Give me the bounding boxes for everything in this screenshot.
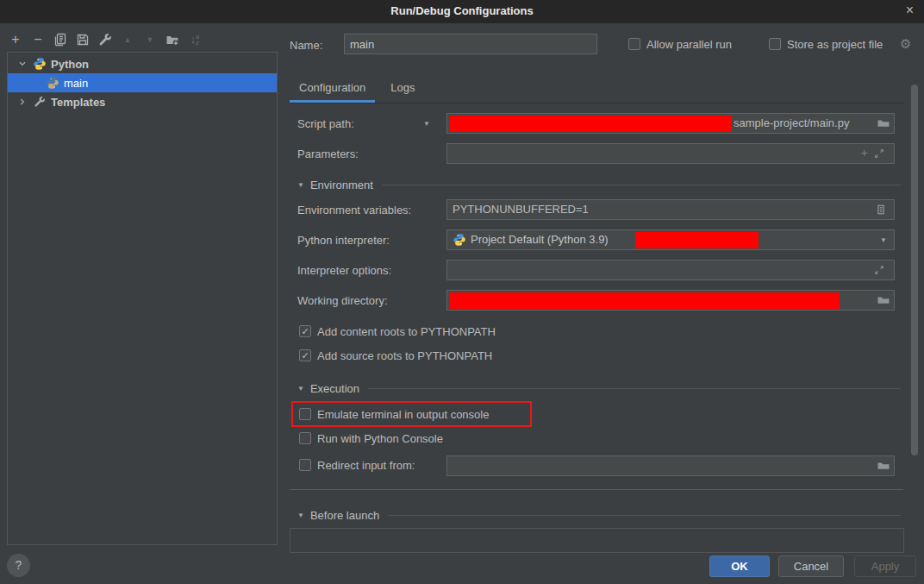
save-configuration-button[interactable]	[76, 33, 90, 47]
script-path-field[interactable]: sample-project/main.py	[446, 113, 895, 134]
python-icon	[453, 233, 466, 247]
add-source-roots-label: Add source roots to PYTHONPATH	[317, 349, 492, 362]
tab-configuration[interactable]: Configuration	[290, 76, 375, 103]
combo-arrow-icon[interactable]: ▼	[880, 236, 887, 244]
chevron-down-icon[interactable]	[16, 58, 28, 70]
tree-item-templates[interactable]: Templates	[8, 92, 277, 111]
wrench-icon	[33, 95, 47, 109]
ok-button[interactable]: OK	[709, 556, 770, 577]
section-before-launch: ▼ Before launch	[297, 508, 901, 522]
emulate-terminal-label: Emulate terminal in output console	[317, 408, 489, 421]
run-python-console-label: Run with Python Console	[317, 432, 443, 445]
redirect-input-field[interactable]	[446, 455, 895, 476]
store-as-project-file-label: Store as project file	[787, 38, 883, 51]
copy-configuration-button[interactable]	[53, 33, 67, 47]
redirect-input-label: Redirect input from:	[317, 459, 415, 472]
section-divider	[388, 515, 901, 516]
environment-variables-value: PYTHONUNBUFFERED=1	[453, 200, 589, 219]
store-as-project-file-checkbox[interactable]	[769, 38, 781, 50]
section-environment: ▼ Environment	[297, 178, 901, 192]
insert-macro-icon[interactable]: +	[861, 146, 868, 160]
tree-item-python[interactable]: Python	[8, 54, 277, 73]
script-path-dropdown-icon[interactable]: ▼	[423, 120, 430, 128]
python-interpreter-select[interactable]: Project Default (Python 3.9) ▼	[446, 229, 895, 250]
name-label: Name:	[290, 39, 322, 52]
tree-item-label: main	[64, 77, 88, 90]
section-label: Before launch	[310, 509, 379, 522]
emulate-terminal-checkbox[interactable]	[299, 408, 311, 420]
new-folder-icon	[165, 33, 179, 47]
section-arrow-icon[interactable]: ▼	[297, 181, 304, 189]
section-label: Execution	[310, 382, 359, 395]
section-divider	[368, 388, 901, 389]
name-input[interactable]	[344, 34, 597, 54]
move-down-button[interactable]: ▼	[143, 33, 157, 47]
before-launch-list[interactable]	[290, 528, 904, 553]
vertical-scrollbar[interactable]	[911, 85, 918, 455]
section-arrow-icon[interactable]: ▼	[297, 512, 304, 519]
window-title: Run/Debug Configurations	[0, 4, 924, 17]
configurations-tree: Python main Templates	[7, 52, 278, 545]
remove-configuration-button[interactable]: −	[31, 33, 45, 47]
script-path-label: Script path:	[297, 117, 354, 130]
chevron-right-icon[interactable]	[16, 96, 28, 108]
save-icon	[76, 33, 90, 47]
close-icon[interactable]: ×	[906, 3, 914, 18]
edit-templates-button[interactable]	[98, 33, 112, 47]
environment-variables-field[interactable]: PYTHONUNBUFFERED=1	[446, 199, 895, 220]
wrench-icon	[98, 33, 112, 47]
redacted-block	[635, 232, 759, 248]
environment-variables-label: Environment variables:	[297, 204, 411, 217]
python-icon	[46, 76, 59, 90]
titlebar: Run/Debug Configurations ×	[0, 0, 924, 23]
sort-icon: ↓ a z	[190, 34, 199, 46]
apply-button[interactable]: Apply	[854, 556, 916, 577]
tree-item-label: Templates	[51, 96, 105, 109]
tab-logs[interactable]: Logs	[381, 76, 424, 100]
python-interpreter-label: Python interpreter:	[297, 234, 390, 247]
browse-variables-icon[interactable]	[875, 204, 889, 217]
new-folder-button[interactable]	[165, 33, 179, 47]
redacted-block	[449, 292, 840, 309]
section-execution: ▼ Execution	[297, 381, 901, 395]
working-directory-field[interactable]	[446, 290, 895, 311]
python-interpreter-value: Project Default (Python 3.9)	[471, 230, 609, 249]
script-path-value: sample-project/main.py	[734, 114, 849, 133]
folder-icon[interactable]	[877, 459, 890, 473]
section-arrow-icon[interactable]: ▼	[297, 385, 304, 392]
folder-icon[interactable]	[877, 116, 890, 130]
allow-parallel-run-checkbox[interactable]	[628, 38, 640, 50]
tree-item-label: Python	[51, 58, 89, 71]
parameters-label: Parameters:	[297, 148, 359, 160]
add-source-roots-checkbox[interactable]: ✓	[299, 349, 311, 361]
allow-parallel-run-label: Allow parallel run	[646, 38, 732, 51]
cancel-button[interactable]: Cancel	[778, 556, 844, 577]
add-content-roots-label: Add content roots to PYTHONPATH	[317, 325, 496, 338]
redirect-input-checkbox[interactable]	[299, 459, 311, 471]
add-configuration-button[interactable]: +	[9, 33, 22, 47]
expand-icon[interactable]	[873, 148, 887, 161]
add-content-roots-checkbox[interactable]: ✓	[299, 325, 311, 337]
copy-icon	[53, 33, 67, 47]
configurations-toolbar: + − ▲ ▼	[9, 32, 202, 47]
interpreter-options-field[interactable]	[446, 260, 895, 280]
parameters-field[interactable]: +	[446, 143, 895, 164]
help-button[interactable]: ?	[7, 554, 30, 577]
folder-icon[interactable]	[877, 293, 890, 307]
section-label: Environment	[310, 179, 373, 192]
sort-configurations-button[interactable]: ↓ a z	[188, 33, 202, 47]
redacted-block	[449, 116, 732, 132]
expand-icon[interactable]	[873, 264, 887, 278]
move-up-button[interactable]: ▲	[121, 33, 134, 47]
interpreter-options-label: Interpreter options:	[297, 264, 391, 277]
working-directory-label: Working directory:	[297, 294, 388, 307]
tree-item-main[interactable]: main	[8, 73, 277, 92]
python-icon	[33, 57, 47, 71]
run-debug-configurations-dialog: Run/Debug Configurations × + − ▲ ▼	[0, 0, 924, 584]
run-python-console-checkbox[interactable]	[299, 432, 311, 444]
scroll-area-divider	[290, 489, 903, 490]
section-divider	[382, 185, 901, 185]
tab-bar: Configuration Logs	[290, 76, 903, 104]
gear-icon[interactable]: ⚙	[900, 36, 911, 52]
